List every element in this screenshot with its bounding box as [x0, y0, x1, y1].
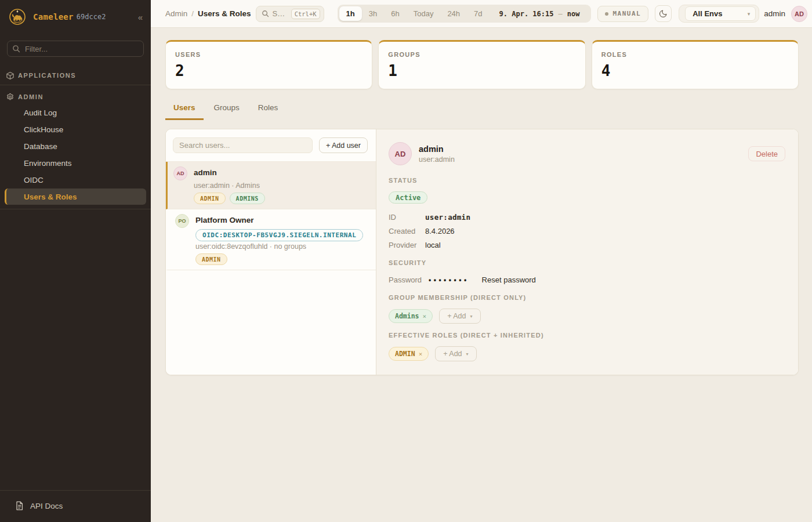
logo-row: Cameleer 69dcce2 « — [0, 0, 151, 32]
stat-card-roles: ROLES 4 — [592, 40, 799, 89]
detail-user-id: user:admin — [419, 155, 455, 164]
remove-icon[interactable]: × — [419, 350, 423, 358]
stat-card-groups: GROUPS 1 — [378, 40, 585, 89]
group-chip-admins: Admins × — [389, 309, 433, 323]
global-search-placeholder: S… — [273, 9, 288, 18]
users-panel: + Add user AD admin user:admin · Admins … — [165, 129, 799, 375]
sidebar-item-environments[interactable]: Environments — [5, 155, 146, 171]
env-selector-group: All Envs ▾ — [679, 5, 759, 23]
avatar[interactable]: AD — [791, 6, 807, 22]
search-icon — [12, 45, 20, 53]
role-chip-admin: ADMIN × — [389, 347, 429, 361]
delete-user-button[interactable]: Delete — [748, 146, 785, 161]
topbar: Admin / Users & Roles S… Ctrl+K 1h 3h 6h… — [151, 0, 812, 28]
sidebar-item-database[interactable]: Database — [5, 138, 146, 154]
avatar: AD — [389, 142, 412, 165]
sidebar-item-clickhouse[interactable]: ClickHouse — [5, 121, 146, 137]
time-range-24h[interactable]: 24h — [440, 6, 467, 21]
detail-username: admin — [419, 142, 455, 154]
package-icon — [6, 71, 14, 80]
sidebar-item-audit-log[interactable]: Audit Log — [5, 104, 146, 121]
field-value: user:admin — [425, 211, 470, 224]
role-chips: ADMIN × + Add ▾ — [389, 346, 785, 361]
field-provider: Provider local — [389, 238, 785, 252]
user-list: + Add user AD admin user:admin · Admins … — [166, 129, 376, 375]
time-display[interactable]: 9. Apr. 16:15 – now — [499, 10, 580, 18]
stat-value: 1 — [388, 62, 575, 79]
stat-label: GROUPS — [388, 51, 575, 58]
theme-toggle-button[interactable] — [655, 5, 672, 22]
add-group-button[interactable]: + Add ▾ — [439, 309, 480, 324]
api-docs-link[interactable]: API Docs — [7, 496, 144, 515]
sidebar-filter-input[interactable] — [7, 41, 144, 57]
env-selector[interactable]: All Envs ▾ — [685, 6, 756, 21]
sidebar-divider — [0, 85, 151, 85]
add-user-button[interactable]: + Add user — [319, 137, 368, 153]
time-range-6h[interactable]: 6h — [384, 6, 406, 21]
section-applications: APPLICATIONS — [0, 70, 151, 81]
group-badge-admins: ADMINS — [230, 193, 265, 204]
breadcrumb-admin[interactable]: Admin — [165, 9, 187, 18]
breadcrumb: Admin / Users & Roles — [165, 9, 251, 18]
topbar-user[interactable]: admin AD — [764, 6, 807, 22]
sidebar: Cameleer 69dcce2 « APPLICATIONS ADMIN Au… — [0, 0, 151, 522]
chevron-down-icon: ▾ — [470, 314, 473, 319]
user-meta: user:oidc:8evzqofluhld · no groups — [195, 242, 369, 251]
user-row-admin[interactable]: AD admin user:admin · Admins ADMIN ADMIN… — [166, 162, 376, 209]
sidebar-footer: API Docs — [0, 490, 151, 522]
group-chips: Admins × + Add ▾ — [389, 309, 785, 324]
tabs: Users Groups Roles — [165, 103, 799, 120]
moon-icon — [658, 9, 668, 19]
global-search[interactable]: S… Ctrl+K — [256, 6, 324, 22]
field-created: Created 8.4.2026 — [389, 224, 785, 238]
tab-users[interactable]: Users — [165, 103, 204, 120]
time-start: 9. Apr. 16:15 — [499, 10, 554, 18]
user-meta: user:admin · Admins — [194, 182, 369, 190]
api-docs-label: API Docs — [30, 502, 63, 510]
stat-label: USERS — [175, 51, 362, 58]
time-range-3h[interactable]: 3h — [362, 6, 384, 21]
role-badge-admin: ADMIN — [194, 193, 226, 204]
field-id: ID user:admin — [389, 211, 785, 224]
sidebar-filter — [7, 41, 144, 57]
section-admin-label: ADMIN — [18, 93, 44, 100]
time-end: now — [567, 10, 580, 18]
refresh-mode-label: MANUAL — [612, 10, 641, 17]
remove-icon[interactable]: × — [423, 313, 427, 320]
topbar-username: admin — [764, 9, 785, 18]
gear-icon — [6, 93, 14, 102]
sidebar-collapse-icon[interactable]: « — [136, 12, 144, 23]
time-range-today[interactable]: Today — [407, 6, 441, 21]
refresh-status-dot — [605, 12, 608, 16]
add-label: + Add — [443, 350, 462, 358]
user-name: Platform Owner — [195, 214, 254, 228]
tab-groups[interactable]: Groups — [206, 103, 248, 120]
field-value: 8.4.2026 — [425, 224, 455, 238]
time-range-7d[interactable]: 7d — [467, 6, 489, 21]
section-applications-label: APPLICATIONS — [18, 72, 76, 79]
add-role-button[interactable]: + Add ▾ — [435, 346, 476, 361]
user-detail: AD admin user:admin Delete STATUS Active… — [376, 129, 798, 375]
field-label: Provider — [389, 238, 425, 252]
stat-label: ROLES — [601, 51, 789, 58]
user-row-platform-owner[interactable]: PO Platform Owner OIDC:DESKTOP-FB5VGJ9.S… — [166, 209, 376, 270]
stat-value: 2 — [175, 62, 362, 79]
sidebar-item-oidc[interactable]: OIDC — [5, 172, 146, 188]
field-label: Created — [389, 224, 425, 238]
time-range-1h[interactable]: 1h — [339, 6, 362, 21]
refresh-mode-button[interactable]: MANUAL — [597, 6, 648, 22]
reset-password-link[interactable]: Reset password — [482, 276, 536, 284]
stat-card-users: USERS 2 — [165, 40, 372, 89]
chevron-down-icon: ▾ — [748, 11, 751, 17]
admin-nav: Audit Log ClickHouse Database Environmen… — [0, 103, 151, 205]
sidebar-item-users-roles[interactable]: Users & Roles — [5, 188, 146, 205]
tab-roles[interactable]: Roles — [250, 103, 287, 120]
section-admin: ADMIN — [0, 91, 151, 103]
user-list-header: + Add user — [166, 129, 376, 162]
cameleer-logo-icon — [9, 8, 26, 26]
role-badge-admin: ADMIN — [195, 253, 227, 265]
search-icon — [262, 10, 269, 17]
field-label: ID — [389, 211, 425, 224]
search-users-input[interactable] — [173, 137, 313, 153]
chip-label: Admins — [395, 312, 419, 320]
